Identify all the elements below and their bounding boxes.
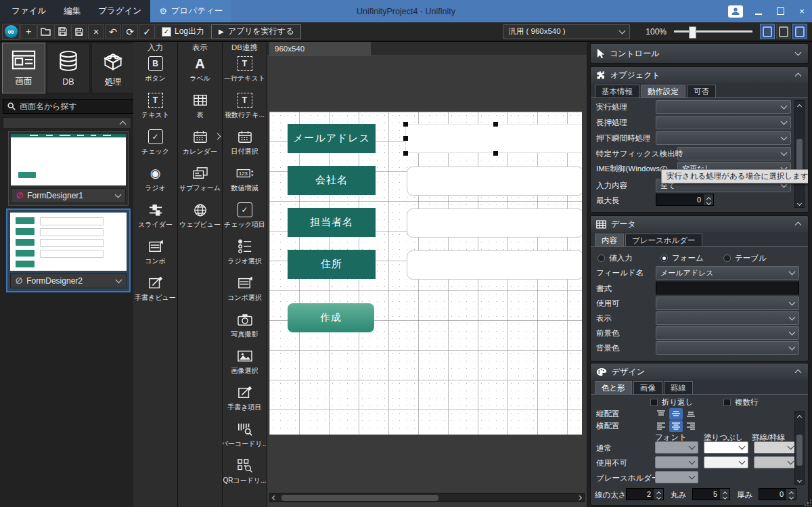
palette-item-check[interactable]: ✓チェック (133, 127, 177, 164)
undo-button[interactable]: ↶ (105, 24, 121, 39)
palette-item-image-select[interactable]: 画像選択 (223, 347, 267, 383)
chevron-right-icon[interactable] (215, 133, 221, 140)
close-button[interactable]: × (796, 5, 808, 18)
chevron-up-icon[interactable] (795, 222, 802, 229)
view-mode-3-button[interactable] (792, 24, 807, 39)
stepper-down-icon[interactable] (656, 494, 660, 499)
chevron-up-icon[interactable] (795, 73, 802, 80)
sidebar-tab-db[interactable]: DB (47, 43, 90, 93)
disabled-fill-color-select[interactable] (704, 456, 748, 468)
tab-placeholder[interactable]: プレースホルダー (625, 234, 702, 246)
palette-item-handwriting-view[interactable]: 手書きビュー (133, 273, 177, 310)
valign-top-button[interactable] (654, 408, 668, 420)
canvas-field-person[interactable] (407, 208, 582, 238)
screen-name-bar[interactable]: ∅ FormDesigner2 (10, 273, 127, 288)
disabled-font-color-select[interactable] (655, 456, 698, 468)
valign-middle-button[interactable] (669, 408, 683, 420)
radio-value-input[interactable]: 値入力 (597, 251, 633, 265)
placeholder-font-color-select[interactable] (655, 471, 698, 483)
palette-item-subform[interactable]: サブフォーム (178, 164, 222, 200)
save-button[interactable] (54, 24, 70, 39)
exec-process-select[interactable] (656, 100, 791, 114)
suffix-select[interactable] (677, 147, 791, 160)
open-button[interactable] (37, 24, 53, 39)
scroll-down-icon[interactable] (797, 478, 802, 483)
normal-font-color-select[interactable] (655, 441, 698, 454)
tab-basic-info[interactable]: 基本情報 (595, 85, 639, 97)
disabled-border-color-select[interactable] (754, 456, 797, 468)
palette-item-singleline-text[interactable]: T一行テキスト (223, 54, 267, 91)
palette-item-table[interactable]: 表 (178, 91, 222, 127)
redo-button[interactable]: ⟳ (122, 24, 138, 39)
stepper-down-icon[interactable] (722, 494, 727, 499)
maxlength-stepper[interactable]: 0 (656, 194, 714, 206)
design-panel-scrollbar[interactable] (794, 411, 805, 485)
palette-item-qrcode-reader[interactable]: QRコードリ... (223, 456, 267, 493)
stepper-down-icon[interactable] (788, 494, 793, 499)
canvas-button-create[interactable]: 作成 (288, 303, 374, 332)
background-select[interactable] (656, 341, 799, 355)
delete-button[interactable]: × (88, 24, 104, 39)
save-all-button[interactable] (71, 24, 87, 39)
object-panel-header[interactable]: オブジェクト (591, 67, 808, 83)
radio-form[interactable]: フォーム (660, 251, 704, 265)
size-preset-select[interactable]: 汎用 ( 960x540 ) (503, 24, 630, 39)
sidebar-tab-screen[interactable]: 画面 (2, 43, 45, 93)
palette-item-calendar[interactable]: カレンダー (178, 127, 222, 164)
visible-select[interactable] (656, 311, 799, 325)
foreground-select[interactable] (656, 326, 799, 340)
zoom-slider[interactable] (674, 25, 752, 39)
tab-behavior[interactable]: 動作設定 (641, 85, 685, 97)
tab-enabled[interactable]: 可否 (687, 85, 716, 97)
menu-file[interactable]: ファイル (3, 0, 55, 22)
stepper-down-icon[interactable] (706, 200, 710, 204)
design-panel-header[interactable]: デザイン (591, 363, 808, 380)
palette-item-label[interactable]: Aラベル (178, 54, 222, 91)
scrollbar-thumb[interactable] (796, 435, 803, 466)
scroll-up-icon[interactable] (797, 104, 802, 109)
halign-left-button[interactable] (654, 420, 668, 432)
control-panel[interactable]: コントロール (590, 43, 809, 64)
screen-search-input[interactable]: 画面名から探す (3, 99, 138, 114)
valign-bottom-button[interactable] (684, 408, 698, 420)
chevron-up-icon[interactable] (795, 370, 802, 376)
palette-item-number-stepper[interactable]: 123 数値増減 (223, 164, 267, 200)
account-icon[interactable] (728, 5, 743, 18)
palette-item-camera[interactable]: 写真撮影 (223, 310, 267, 347)
multiline-checkbox[interactable]: 複数行 (723, 395, 759, 409)
normal-fill-color-select[interactable] (704, 441, 748, 454)
screen-name-bar[interactable]: ∅ FormDesigner1 (11, 188, 126, 203)
normal-border-color-select[interactable] (754, 441, 797, 454)
palette-item-combo-select[interactable]: コンボ選択 (223, 273, 267, 310)
palette-item-datepicker[interactable]: 日付選択 (223, 127, 267, 164)
canvas-field-company[interactable] (407, 167, 582, 196)
run-app-button[interactable]: ▶ アプリを実行する (211, 24, 301, 39)
view-mode-1-button[interactable] (760, 24, 775, 39)
halign-center-button[interactable] (669, 420, 683, 432)
screen-card-formdesigner2[interactable]: ∅ FormDesigner2 (6, 208, 131, 292)
palette-item-slider[interactable]: スライダー (133, 200, 177, 237)
scroll-up-icon[interactable] (797, 415, 802, 420)
canvas-size-tab[interactable]: 960x540 (269, 41, 371, 56)
tab-content[interactable]: 内容 (595, 234, 624, 246)
data-panel-header[interactable]: データ (591, 216, 808, 232)
longpress-select[interactable] (656, 116, 791, 129)
palette-item-text[interactable]: Tテキスト (133, 91, 177, 127)
palette-item-handwriting-item[interactable]: 手書き項目 (223, 383, 267, 420)
halign-right-button[interactable] (684, 420, 698, 432)
app-logo-icon[interactable]: ∞ (2, 24, 20, 40)
chevron-down-icon[interactable] (795, 49, 802, 56)
palette-item-multiline-text[interactable]: T複数行テキ... (223, 91, 267, 127)
palette-item-check-item[interactable]: ✓チェック項目 (223, 200, 267, 237)
palette-item-radio[interactable]: ◉ラジオ (133, 164, 177, 200)
pressdown-select[interactable] (656, 131, 791, 145)
palette-item-button[interactable]: Bボタン (133, 54, 177, 91)
corner-radius-stepper[interactable]: 5 (692, 488, 730, 500)
log-output-toggle[interactable]: ✓ Log出力 (156, 24, 210, 39)
scrollbar-thumb[interactable] (796, 139, 803, 174)
thickness-stepper[interactable]: 0 (759, 488, 796, 500)
minimize-button[interactable] (752, 5, 765, 18)
palette-item-radio-select[interactable]: ラジオ選択 (223, 237, 267, 273)
new-button[interactable]: ＋ (20, 24, 37, 39)
scroll-down-icon[interactable] (797, 201, 802, 206)
